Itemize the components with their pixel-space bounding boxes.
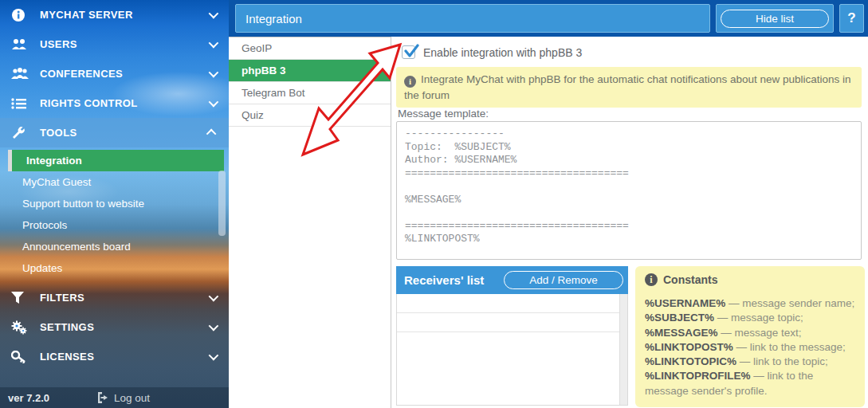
submenu-item-protocols[interactable]: Protocols <box>0 214 229 236</box>
receivers-header: Receivers' list Add / Remove <box>396 266 628 294</box>
logout-label: Log out <box>114 392 150 404</box>
info-icon: i <box>645 273 658 286</box>
page-title: Integration <box>245 12 302 26</box>
hide-list-panel: Hide list <box>716 4 834 33</box>
submenu-item-support-button[interactable]: Support button to website <box>0 193 229 214</box>
constant-name: %LINKTOTOPIC% <box>645 355 736 367</box>
constants-note: i Constants %USERNAME% — message sender … <box>635 266 865 407</box>
tools-submenu: Integration MyChat Guest Support button … <box>0 150 229 279</box>
sidebar-item-label: SETTINGS <box>40 321 209 333</box>
sidebar-item-label: USERS <box>40 38 209 50</box>
module-item-label: phpBB 3 <box>242 65 286 76</box>
logout-button[interactable]: Log out <box>97 392 150 404</box>
constant-item: %SUBJECT% — message topic; <box>645 311 855 325</box>
sidebar-item-label: CONFERENCES <box>40 68 209 80</box>
message-template-textarea[interactable]: ---------------- Topic: %SUBJECT% Author… <box>396 121 862 260</box>
constant-item: %LINKTOTOPIC% — link to the topic; <box>645 355 855 369</box>
sidebar-footer: ver 7.2.0 Log out <box>0 387 229 408</box>
checkmark-icon <box>403 44 419 60</box>
sidebar: MYCHAT SERVER USERS CONFERENCES RIGHTS C… <box>0 0 229 408</box>
receivers-list-row <box>397 294 627 313</box>
constant-item: %USERNAME% — message sender name; <box>645 296 855 311</box>
module-item-label: GeoIP <box>242 42 272 54</box>
message-template-label: Message template: <box>398 108 489 120</box>
constant-name: %LINKTOPROFILE% <box>645 370 751 382</box>
constants-title-row: i Constants <box>645 273 855 286</box>
hide-list-button[interactable]: Hide list <box>721 10 829 28</box>
chevron-down-icon <box>209 351 219 361</box>
constant-desc: — message sender name; <box>725 297 854 309</box>
enable-integration-row: Enable integration with phpBB 3 <box>402 45 582 59</box>
sidebar-item-label: FILTERS <box>40 292 209 304</box>
submenu-item-label: Integration <box>26 155 82 167</box>
constant-name: %MESSAGE% <box>645 327 718 339</box>
chevron-down-icon <box>209 9 219 19</box>
gear-icon <box>11 320 32 335</box>
wrench-icon <box>11 125 32 141</box>
chevron-down-icon <box>209 97 219 108</box>
submenu-item-mychat-guest[interactable]: MyChat Guest <box>0 171 229 193</box>
constants-title: Constants <box>663 273 717 286</box>
phpbb-settings-panel: Enable integration with phpBB 3 iIntegra… <box>391 37 868 408</box>
submenu-item-label: Announcements board <box>22 241 131 253</box>
chevron-down-icon <box>209 38 219 49</box>
version-label: ver 7.2.0 <box>8 392 49 404</box>
receivers-list[interactable] <box>396 294 628 406</box>
add-remove-button[interactable]: Add / Remove <box>504 271 623 289</box>
sidebar-item-filters[interactable]: FILTERS <box>0 283 229 312</box>
sidebar-item-tools[interactable]: TOOLS <box>0 118 229 147</box>
receivers-panel: Receivers' list Add / Remove <box>396 266 628 406</box>
module-item-label: Telegram Bot <box>242 87 305 99</box>
help-button[interactable]: ? <box>847 10 855 26</box>
info-icon <box>11 7 32 23</box>
receivers-scrollbar-track[interactable] <box>619 294 627 405</box>
chevron-down-icon <box>209 292 219 302</box>
module-item-label: Quiz <box>242 109 264 121</box>
sidebar-item-label: MYCHAT SERVER <box>40 9 209 21</box>
list-icon <box>11 96 32 112</box>
logout-icon <box>97 392 109 403</box>
enable-integration-label: Enable integration with phpBB 3 <box>423 46 582 59</box>
integration-info-note: iIntegrate MyChat with phpBB for the aut… <box>396 67 862 108</box>
constants-list: %USERNAME% — message sender name; %SUBJE… <box>645 296 855 398</box>
filter-icon <box>11 290 32 306</box>
sidebar-item-label: LICENSES <box>40 351 209 363</box>
sidebar-item-users[interactable]: USERS <box>0 29 229 59</box>
constant-desc: — message text; <box>718 327 802 339</box>
conferences-icon <box>11 66 32 82</box>
page-title-bar: Integration <box>235 4 710 33</box>
help-panel: ? <box>839 4 864 33</box>
key-icon <box>11 349 32 365</box>
constant-desc: — link to the message; <box>733 341 846 353</box>
receivers-title: Receivers' list <box>404 273 484 287</box>
module-item-quiz[interactable]: Quiz <box>229 104 391 127</box>
enable-integration-checkbox[interactable] <box>402 45 415 59</box>
sidebar-item-licenses[interactable]: LICENSES <box>0 342 229 371</box>
info-note-text: Integrate MyChat with phpBB for the auto… <box>404 73 851 101</box>
module-item-telegram-bot[interactable]: Telegram Bot <box>229 82 391 104</box>
module-item-geoip[interactable]: GeoIP <box>229 37 391 60</box>
sidebar-item-mychat-server[interactable]: MYCHAT SERVER <box>0 0 229 29</box>
sidebar-item-label: RIGHTS CONTROL <box>40 97 209 109</box>
info-icon: i <box>404 76 416 88</box>
constant-desc: — link to the topic; <box>736 355 828 367</box>
submenu-item-updates[interactable]: Updates <box>0 257 229 279</box>
integration-module-list: GeoIP phpBB 3 Telegram Bot Quiz <box>229 37 391 408</box>
receivers-list-row <box>397 313 627 332</box>
submenu-item-announcements[interactable]: Announcements board <box>0 236 229 257</box>
submenu-item-integration[interactable]: Integration <box>8 150 224 171</box>
sidebar-scrollbar-thumb[interactable] <box>218 171 226 236</box>
sidebar-item-rights-control[interactable]: RIGHTS CONTROL <box>0 88 229 118</box>
constant-item: %MESSAGE% — message text; <box>645 326 855 340</box>
module-item-phpbb3[interactable]: phpBB 3 <box>229 60 391 82</box>
constant-item: %LINKTOPOST% — link to the message; <box>645 340 855 355</box>
constant-item: %LINKTOPROFILE% — link to the message se… <box>645 369 855 398</box>
chevron-down-icon <box>209 321 219 332</box>
constant-name: %USERNAME% <box>645 297 725 309</box>
submenu-item-label: Support button to website <box>22 198 144 210</box>
submenu-item-label: MyChat Guest <box>22 176 91 188</box>
sidebar-item-settings[interactable]: SETTINGS <box>0 312 229 342</box>
constant-name: %LINKTOPOST% <box>645 341 733 353</box>
chevron-down-icon <box>209 68 219 78</box>
sidebar-item-conferences[interactable]: CONFERENCES <box>0 59 229 88</box>
